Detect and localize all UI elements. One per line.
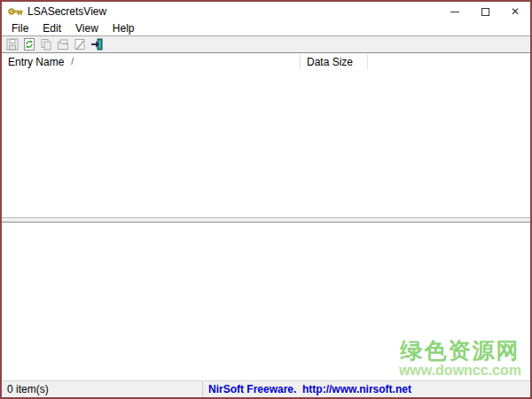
- refresh-icon[interactable]: [22, 37, 36, 51]
- menu-edit[interactable]: Edit: [35, 21, 68, 35]
- watermark: 绿色资源网 www.downcc.com: [399, 339, 521, 379]
- column-entry-name[interactable]: Entry Name /: [2, 53, 301, 70]
- watermark-title: 绿色资源网: [399, 339, 521, 364]
- close-button[interactable]: ✕: [500, 2, 530, 21]
- maximize-icon: [481, 8, 489, 16]
- minimize-button[interactable]: [440, 2, 470, 21]
- column-entry-name-label: Entry Name: [8, 56, 64, 68]
- window-title: LSASecretsView: [27, 5, 106, 18]
- watermark-url: www.downcc.com: [399, 363, 521, 379]
- column-data-size-label: Data Size: [307, 56, 353, 68]
- column-spacer: [368, 53, 530, 70]
- toolbar: [2, 35, 530, 53]
- properties-icon[interactable]: [56, 37, 70, 51]
- copy-icon[interactable]: [39, 37, 53, 51]
- save-icon[interactable]: [5, 37, 20, 51]
- column-data-size[interactable]: Data Size: [301, 53, 368, 70]
- minimize-icon: [450, 12, 459, 12]
- menu-view[interactable]: View: [68, 21, 106, 35]
- list-header: Entry Name / Data Size: [2, 53, 530, 70]
- key-icon[interactable]: [8, 6, 23, 17]
- sort-indicator: /: [71, 57, 74, 66]
- secrets-list-pane[interactable]: [2, 70, 530, 217]
- menu-help[interactable]: Help: [106, 21, 142, 35]
- detail-pane[interactable]: 绿色资源网 www.downcc.com: [2, 223, 530, 380]
- report-icon[interactable]: [73, 37, 87, 51]
- maximize-button[interactable]: [470, 2, 500, 21]
- menu-bar: File Edit View Help: [2, 21, 530, 35]
- status-item-count: 0 item(s): [2, 383, 202, 395]
- close-icon: ✕: [511, 6, 520, 17]
- title-bar[interactable]: LSASecretsView ✕: [2, 2, 530, 21]
- menu-file[interactable]: File: [4, 21, 35, 35]
- status-bar: 0 item(s) NirSoft Freeware. http://www.n…: [2, 380, 530, 397]
- app-window: LSASecretsView ✕ File Edit View Help: [0, 0, 532, 399]
- status-freeware-text: NirSoft Freeware. http://www.nirsoft.net: [203, 383, 411, 395]
- exit-icon[interactable]: [90, 37, 104, 51]
